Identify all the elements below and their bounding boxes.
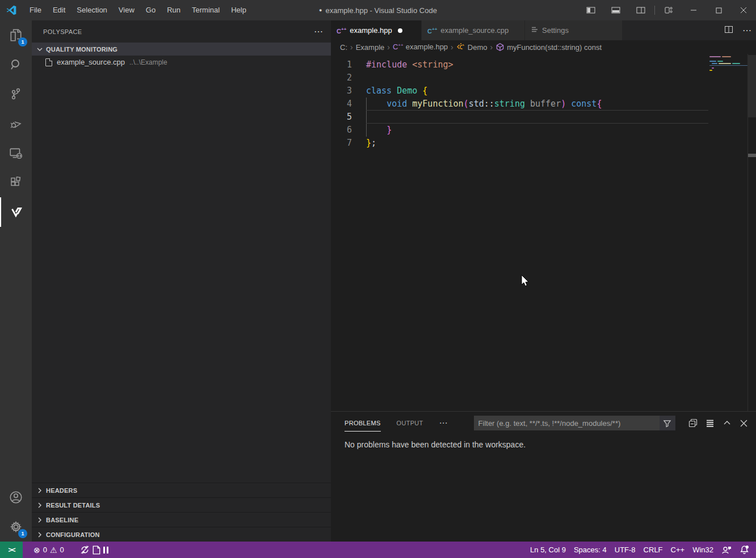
code-line-4[interactable]: 4 void myFunction(std::string buffer) co… — [331, 98, 756, 111]
scrollbar-slider[interactable] — [748, 55, 756, 117]
breadcrumb-separator: › — [350, 43, 353, 52]
line-content: }; — [366, 137, 376, 150]
remote-explorer-icon[interactable] — [0, 138, 32, 168]
menu-help[interactable]: Help — [225, 0, 252, 20]
tab-output[interactable]: OUTPUT — [397, 412, 423, 434]
menu-file[interactable]: File — [24, 0, 47, 20]
breadcrumb-method-myfunction[interactable]: myFunction(std::string) const — [495, 43, 602, 52]
line-number[interactable]: 2 — [331, 71, 352, 84]
tab-problems[interactable]: PROBLEMS — [345, 412, 381, 434]
toggle-secondary-sidebar-icon[interactable] — [628, 0, 653, 20]
close-button[interactable] — [731, 0, 756, 20]
toggle-panel-icon[interactable] — [603, 0, 628, 20]
menu-go[interactable]: Go — [140, 0, 161, 20]
run-and-debug-icon[interactable] — [0, 109, 32, 138]
line-number[interactable]: 1 — [331, 58, 352, 71]
menu-edit[interactable]: Edit — [47, 0, 71, 20]
chevron-down-icon — [35, 45, 44, 54]
polyspace-status-icons[interactable] — [76, 542, 112, 558]
menu-terminal[interactable]: Terminal — [186, 0, 225, 20]
breadcrumb-separator: › — [387, 43, 390, 52]
symbol-class-icon — [456, 43, 465, 52]
line-content: #include <string> — [366, 58, 453, 71]
explorer-icon[interactable]: 1 — [0, 20, 32, 50]
line-number[interactable]: 4 — [331, 98, 352, 111]
editor-group: C++ example.hpp C++ example_source.cpp S… — [331, 20, 756, 411]
sidebar-title: POLYSPACE — [43, 28, 82, 35]
code-line-7[interactable]: 7}; — [331, 137, 756, 150]
file-icon — [45, 58, 52, 66]
collapse-all-icon[interactable] — [684, 416, 702, 430]
tree-item-example-source[interactable]: example_source.cpp ..\..\Example — [32, 56, 331, 69]
breadcrumb-separator: › — [490, 43, 493, 52]
view-as-table-icon[interactable] — [702, 416, 719, 430]
code-editor[interactable]: 1#include <string>23class Demo {4 void m… — [331, 54, 756, 411]
breadcrumb-folder[interactable]: Example — [356, 43, 385, 52]
settings-badge: 1 — [18, 529, 27, 538]
cursor-position[interactable]: Ln 5, Col 9 — [526, 542, 570, 558]
line-number[interactable]: 6 — [331, 124, 352, 137]
warning-icon: ⚠ — [50, 546, 57, 555]
line-number[interactable]: 7 — [331, 137, 352, 150]
minimize-button[interactable] — [681, 0, 706, 20]
sync-disabled-icon — [80, 545, 90, 555]
section-result-details[interactable]: RESULT DETAILS — [32, 497, 331, 512]
close-panel-icon[interactable] — [736, 416, 753, 430]
feedback-icon[interactable] — [717, 542, 736, 558]
code-line-2[interactable]: 2 — [331, 71, 756, 84]
line-number[interactable]: 5 — [331, 111, 352, 124]
source-control-icon[interactable] — [0, 79, 32, 109]
extensions-icon[interactable] — [0, 168, 32, 197]
cpp-file-icon: C++ — [337, 27, 346, 35]
cpp-file-icon: C++ — [393, 43, 404, 51]
remote-indicator[interactable]: >< — [0, 542, 23, 558]
error-icon: ⊗ — [33, 546, 40, 555]
customize-layout-icon[interactable] — [656, 0, 681, 20]
breadcrumb-drive[interactable]: C: — [340, 43, 347, 52]
indentation[interactable]: Spaces: 4 — [570, 542, 611, 558]
editor-more-actions-icon[interactable]: ⋯ — [738, 25, 756, 36]
split-editor-icon[interactable] — [720, 25, 738, 36]
minimap[interactable] — [708, 55, 747, 78]
sidebar: POLYSPACE ⋯ QUALITY MONITORING example_s… — [32, 20, 331, 542]
code-line-1[interactable]: 1#include <string> — [331, 58, 756, 71]
symbol-method-icon — [495, 43, 505, 52]
line-number[interactable]: 3 — [331, 84, 352, 98]
tab-dirty-indicator[interactable] — [398, 28, 402, 33]
code-line-5[interactable]: 5 — [331, 111, 756, 124]
settings-gear-icon[interactable]: 1 — [0, 512, 32, 542]
account-icon[interactable] — [0, 483, 32, 512]
section-headers[interactable]: HEADERS — [32, 483, 331, 497]
maximize-button[interactable] — [706, 0, 731, 20]
menu-run[interactable]: Run — [161, 0, 186, 20]
filter-funnel-icon[interactable] — [660, 416, 675, 430]
code-lines: 1#include <string>23class Demo {4 void m… — [331, 58, 756, 150]
breadcrumb-class-demo[interactable]: Demo — [456, 43, 488, 52]
panel-more-tabs-icon[interactable]: ⋯ — [439, 418, 448, 428]
problems-counts[interactable]: ⊗ 0 ⚠ 0 — [30, 542, 68, 558]
section-quality-monitoring[interactable]: QUALITY MONITORING — [32, 43, 331, 56]
code-line-6[interactable]: 6 } — [331, 124, 756, 137]
sidebar-more-actions-icon[interactable]: ⋯ — [314, 26, 323, 37]
toggle-sidebar-icon[interactable] — [578, 0, 603, 20]
filter-input[interactable] — [474, 419, 660, 428]
tab-example-source-cpp[interactable]: C++ example_source.cpp — [422, 20, 525, 40]
search-icon[interactable] — [0, 50, 32, 79]
code-line-3[interactable]: 3class Demo { — [331, 84, 756, 98]
line-content: void myFunction(std::string buffer) cons… — [366, 98, 602, 111]
tab-settings[interactable]: Settings — [525, 20, 623, 40]
language-mode[interactable]: C++ — [667, 542, 689, 558]
section-configuration[interactable]: CONFIGURATION — [32, 527, 331, 542]
notifications-bell-icon[interactable] — [736, 542, 756, 558]
encoding[interactable]: UTF-8 — [611, 542, 640, 558]
maximize-panel-icon[interactable] — [719, 416, 736, 430]
tab-example-hpp[interactable]: C++ example.hpp — [331, 20, 422, 40]
platform[interactable]: Win32 — [688, 542, 717, 558]
menu-selection[interactable]: Selection — [71, 0, 112, 20]
menu-view[interactable]: View — [113, 0, 140, 20]
breadcrumb-file[interactable]: C++ example.hpp — [393, 43, 448, 51]
explorer-badge: 1 — [18, 37, 27, 46]
eol-sequence[interactable]: CRLF — [640, 542, 667, 558]
polyspace-icon[interactable] — [0, 197, 32, 227]
section-baseline[interactable]: BASELINE — [32, 512, 331, 527]
